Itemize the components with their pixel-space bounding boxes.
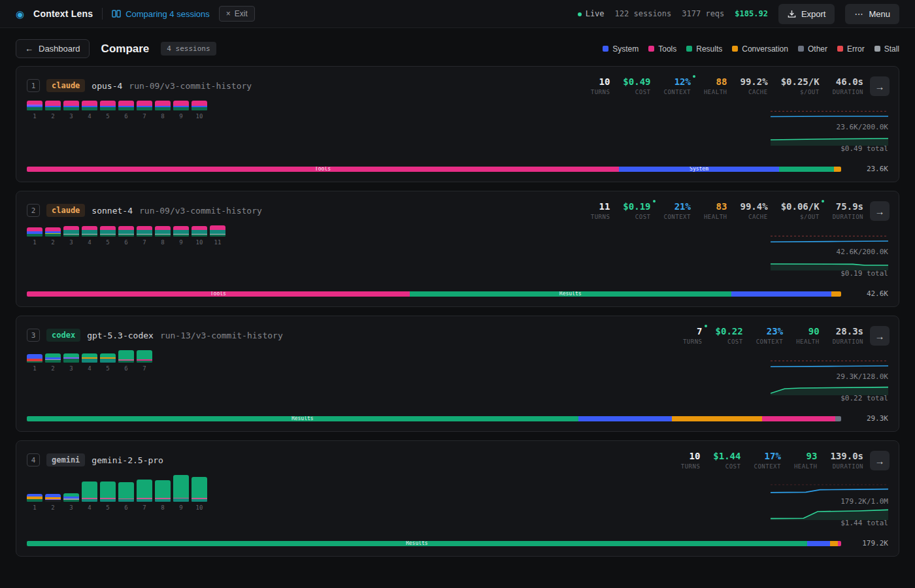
turn-bar[interactable]: 9: [173, 226, 189, 246]
turn-bar[interactable]: 2: [45, 227, 61, 246]
turn-bar[interactable]: 7: [137, 101, 152, 120]
run-name: run-09/v3-commit-history: [129, 81, 252, 91]
context-sparkline: [771, 233, 888, 249]
turn-bar[interactable]: 6: [118, 101, 134, 120]
turn-bar[interactable]: 9: [173, 475, 189, 511]
turn-bar[interactable]: 5: [100, 101, 116, 120]
turn-bar[interactable]: 10: [191, 101, 207, 120]
turn-bar[interactable]: 1: [27, 227, 42, 246]
turn-bar[interactable]: 6: [118, 350, 134, 372]
turn-bar[interactable]: 3: [63, 101, 79, 120]
open-session-button[interactable]: →: [870, 451, 890, 470]
token-segment[interactable]: [779, 167, 833, 172]
context-sparkline: [771, 483, 888, 498]
turn-number-label: 7: [137, 365, 152, 372]
token-breakdown-bar: Results: [27, 416, 841, 421]
token-segment[interactable]: Results: [27, 541, 807, 546]
turn-bar[interactable]: 8: [155, 101, 171, 120]
turn-bar[interactable]: 4: [82, 482, 97, 511]
token-segment[interactable]: Tools: [27, 167, 619, 172]
model-name: sonnet-4: [92, 206, 133, 216]
stat-value: 12%: [674, 76, 691, 87]
turn-bar-segment: [191, 499, 207, 502]
turn-bar[interactable]: 1: [27, 101, 42, 120]
token-segment[interactable]: [731, 291, 831, 297]
turn-bar[interactable]: 2: [45, 101, 61, 120]
token-segment[interactable]: [762, 416, 835, 421]
turn-bar[interactable]: 4: [82, 101, 97, 120]
turn-bar-segment: [118, 361, 134, 363]
stat-label: TURNS: [681, 463, 701, 470]
turn-bar[interactable]: 1: [27, 494, 42, 511]
menu-button[interactable]: ⋯ Menu: [845, 4, 899, 24]
vendor-badge: gemini: [46, 453, 85, 466]
turn-bar[interactable]: 6: [118, 482, 134, 511]
token-segment[interactable]: [672, 416, 762, 421]
turn-bar[interactable]: 11: [210, 225, 225, 246]
turn-bar-segment: [82, 482, 97, 498]
token-segment[interactable]: [807, 541, 830, 546]
token-segment[interactable]: [578, 416, 672, 421]
turn-number-label: 5: [100, 239, 116, 246]
stat-label: DURATION: [833, 89, 863, 95]
turn-bar[interactable]: 10: [191, 477, 207, 511]
page-title: Compare: [101, 42, 150, 56]
turn-bar[interactable]: 5: [100, 226, 116, 246]
stat-label: CACHE: [748, 214, 768, 220]
turn-bar[interactable]: 8: [155, 480, 171, 511]
exit-button[interactable]: × Exit: [219, 6, 255, 22]
comparing-sessions-link[interactable]: Comparing 4 sessions: [112, 9, 210, 19]
token-segment[interactable]: System: [619, 167, 779, 172]
turn-bar-stack: [27, 227, 42, 237]
stat-label: CONTEXT: [756, 338, 783, 345]
turn-number-label: 1: [27, 504, 42, 511]
turn-bar[interactable]: 7: [137, 480, 152, 511]
stat-duration: 75.9sDURATION: [833, 201, 863, 220]
turn-bar[interactable]: 5: [100, 353, 116, 372]
turn-bar[interactable]: 1: [27, 354, 42, 372]
token-segment[interactable]: [834, 167, 841, 172]
cost-sparkline: [771, 257, 888, 270]
turn-bar[interactable]: 3: [63, 226, 79, 246]
back-to-dashboard-button[interactable]: ← Dashboard: [16, 39, 90, 58]
turn-bar[interactable]: 5: [100, 482, 116, 511]
token-segment[interactable]: Results: [27, 416, 578, 421]
turn-bar-segment: [82, 101, 97, 106]
session-card: 3 codex gpt-5.3-codex run-13/v3-commit-h…: [16, 316, 899, 432]
turn-bar[interactable]: 6: [118, 226, 134, 246]
turn-bar-segment: [45, 360, 61, 363]
token-breakdown-row: ToolsResults 42.6K: [27, 289, 888, 298]
session-card: 2 claude sonnet-4 run-09/v3-commit-histo…: [16, 191, 899, 307]
turn-bar[interactable]: 10: [191, 226, 207, 246]
export-button[interactable]: Export: [778, 4, 835, 24]
turn-bar[interactable]: 2: [45, 494, 61, 511]
token-segment[interactable]: [831, 291, 841, 297]
turn-number-label: 3: [63, 113, 79, 120]
open-session-button[interactable]: →: [870, 326, 890, 346]
open-session-button[interactable]: →: [870, 76, 890, 96]
turn-bar[interactable]: 7: [137, 226, 152, 246]
turn-number-label: 1: [27, 365, 42, 372]
stat-context: 23%CONTEXT: [756, 326, 783, 345]
turn-bar[interactable]: 3: [63, 353, 79, 372]
token-segment[interactable]: Results: [410, 291, 731, 297]
turn-bar[interactable]: 7: [137, 350, 152, 372]
turn-bar[interactable]: 3: [63, 493, 79, 511]
session-card-header: 4 gemini gemini-2.5-pro 10TURNS$1.44COST…: [27, 449, 890, 470]
token-segment[interactable]: [830, 541, 838, 546]
legend-swatch-icon: [603, 46, 608, 52]
token-segment[interactable]: [835, 416, 841, 421]
turn-bar-stack: [63, 101, 79, 110]
turn-bar[interactable]: 2: [45, 353, 61, 372]
token-segment[interactable]: [838, 541, 841, 546]
stat-value: 17%: [765, 451, 781, 461]
stat-value: 93: [807, 451, 818, 461]
turn-bar[interactable]: 4: [82, 353, 97, 372]
token-segment[interactable]: Tools: [27, 291, 410, 297]
turn-bar[interactable]: 4: [82, 226, 97, 246]
turn-bar-stack: [137, 350, 152, 363]
turn-bar[interactable]: 9: [173, 101, 189, 120]
turn-bar[interactable]: 8: [155, 226, 171, 246]
turn-bar-segment: [82, 235, 97, 237]
open-session-button[interactable]: →: [870, 201, 890, 221]
